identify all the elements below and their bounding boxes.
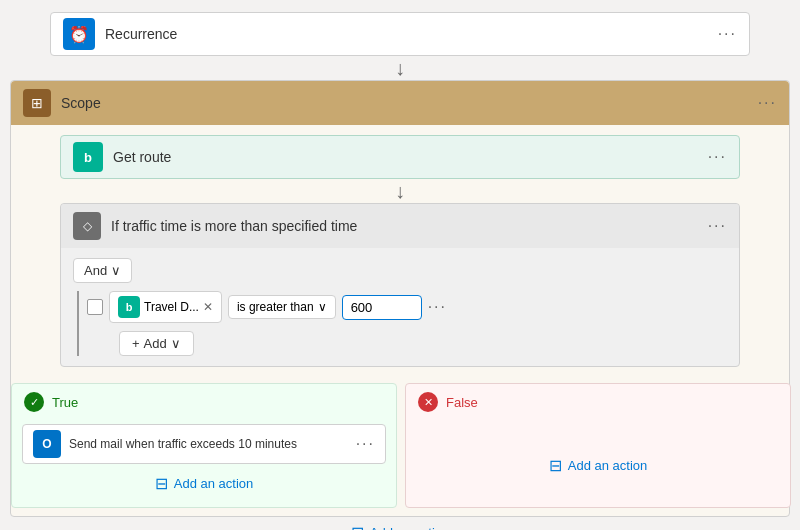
get-route-title: Get route bbox=[113, 149, 171, 165]
condition-header-left: ◇ If traffic time is more than specified… bbox=[73, 212, 357, 240]
send-mail-title: Send mail when traffic exceeds 10 minute… bbox=[69, 437, 297, 451]
bottom-add-action-button[interactable]: ⊟ Add an action bbox=[351, 523, 450, 530]
bottom-add-action-container: ⊟ Add an action bbox=[351, 523, 450, 530]
true-add-action-button[interactable]: ⊟ Add an action bbox=[143, 468, 266, 499]
true-panel-header: ✓ True bbox=[12, 384, 396, 420]
true-panel: ✓ True O Send mail when traffic exceeds … bbox=[11, 383, 397, 508]
value-input[interactable] bbox=[342, 295, 422, 320]
true-label: True bbox=[52, 395, 78, 410]
get-route-menu-button[interactable]: ··· bbox=[708, 148, 727, 166]
add-action-icon-true: ⊟ bbox=[155, 474, 168, 493]
false-add-action-button[interactable]: ⊟ Add an action bbox=[537, 450, 660, 481]
condition-line: b Travel D... ✕ is greater than ∨ ··· bbox=[77, 291, 727, 356]
recurrence-menu-button[interactable]: ··· bbox=[718, 25, 737, 43]
scope-header-left: ⊞ Scope bbox=[23, 89, 101, 117]
bottom-add-action-icon: ⊟ bbox=[351, 523, 364, 530]
operator-chevron-icon: ∨ bbox=[318, 300, 327, 314]
and-label: And bbox=[84, 263, 107, 278]
false-icon: ✕ bbox=[418, 392, 438, 412]
condition-body: And ∨ b Travel D... ✕ bbox=[61, 248, 739, 366]
send-mail-block: O Send mail when traffic exceeds 10 minu… bbox=[22, 424, 386, 464]
false-add-action-label: Add an action bbox=[568, 458, 648, 473]
bing-icon: b bbox=[73, 142, 103, 172]
condition-checkbox[interactable] bbox=[87, 299, 103, 315]
add-chevron-icon: ∨ bbox=[171, 336, 181, 351]
scope-block: ⊞ Scope ··· b Get route ··· ↓ bbox=[10, 80, 790, 517]
recurrence-left: ⏰ Recurrence bbox=[63, 18, 177, 50]
false-label: False bbox=[446, 395, 478, 410]
operator-label: is greater than bbox=[237, 300, 314, 314]
get-route-block: b Get route ··· bbox=[60, 135, 740, 179]
condition-row-menu-button[interactable]: ··· bbox=[428, 298, 447, 316]
false-add-action-container: ⊟ Add an action bbox=[406, 450, 790, 481]
arrow-2: ↓ bbox=[395, 179, 405, 203]
scope-inner: b Get route ··· ↓ ◇ If traffic time is bbox=[11, 125, 789, 377]
outlook-icon: O bbox=[33, 430, 61, 458]
recurrence-title: Recurrence bbox=[105, 26, 177, 42]
condition-menu-button[interactable]: ··· bbox=[708, 217, 727, 235]
add-row: + Add ∨ bbox=[119, 331, 194, 356]
recurrence-icon: ⏰ bbox=[63, 18, 95, 50]
condition-header: ◇ If traffic time is more than specified… bbox=[61, 204, 739, 248]
scope-icon: ⊞ bbox=[23, 89, 51, 117]
and-button[interactable]: And ∨ bbox=[73, 258, 132, 283]
true-add-action-label: Add an action bbox=[174, 476, 254, 491]
scope-title: Scope bbox=[61, 95, 101, 111]
travel-bing-icon: b bbox=[118, 296, 140, 318]
condition-icon: ◇ bbox=[73, 212, 101, 240]
add-label: Add bbox=[144, 336, 167, 351]
plus-icon: + bbox=[132, 336, 140, 351]
condition-line-inner: b Travel D... ✕ is greater than ∨ ··· bbox=[87, 291, 447, 323]
false-panel-header: ✕ False bbox=[406, 384, 790, 420]
bottom-add-action-label: Add an action bbox=[370, 525, 450, 530]
tag-close-icon[interactable]: ✕ bbox=[203, 300, 213, 314]
operator-select[interactable]: is greater than ∨ bbox=[228, 295, 336, 319]
scope-header: ⊞ Scope ··· bbox=[11, 81, 789, 125]
send-mail-menu-button[interactable]: ··· bbox=[356, 435, 375, 453]
true-add-action-container: ⊟ Add an action bbox=[12, 468, 396, 499]
chevron-down-icon: ∨ bbox=[111, 263, 121, 278]
travel-tag[interactable]: b Travel D... ✕ bbox=[109, 291, 222, 323]
flow-container: ⏰ Recurrence ··· ↓ ⊞ Scope ··· b bbox=[12, 12, 788, 530]
tf-row: ✓ True O Send mail when traffic exceeds … bbox=[11, 383, 791, 508]
travel-tag-label: Travel D... bbox=[144, 300, 199, 314]
false-panel: ✕ False ⊟ Add an action bbox=[405, 383, 791, 508]
add-action-icon-false: ⊟ bbox=[549, 456, 562, 475]
get-route-left: b Get route bbox=[73, 142, 171, 172]
recurrence-block: ⏰ Recurrence ··· bbox=[50, 12, 750, 56]
and-row: And ∨ bbox=[73, 258, 727, 283]
add-button[interactable]: + Add ∨ bbox=[119, 331, 194, 356]
condition-block: ◇ If traffic time is more than specified… bbox=[60, 203, 740, 367]
scope-menu-button[interactable]: ··· bbox=[758, 94, 777, 112]
send-mail-left: O Send mail when traffic exceeds 10 minu… bbox=[33, 430, 297, 458]
condition-title: If traffic time is more than specified t… bbox=[111, 218, 357, 234]
arrow-1: ↓ bbox=[395, 56, 405, 80]
true-icon: ✓ bbox=[24, 392, 44, 412]
